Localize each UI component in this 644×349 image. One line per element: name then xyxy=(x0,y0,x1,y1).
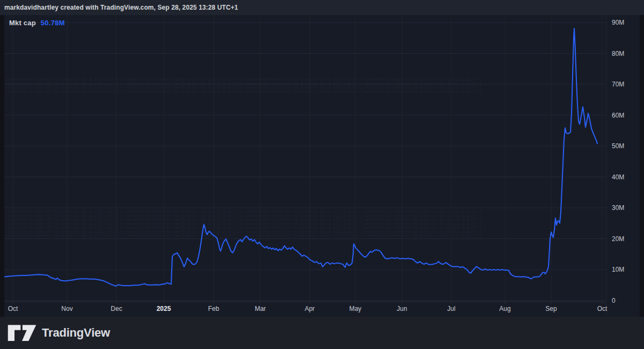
price-axis-label: 50M xyxy=(612,142,624,150)
tradingview-logo-text: TradingView xyxy=(42,326,110,340)
price-chart-svg: markdavidhartley created with TradingVie… xyxy=(4,15,640,317)
tradingview-chart-page: markdavidhartley created with TradingVie… xyxy=(0,0,644,349)
price-axis-label: 40M xyxy=(612,173,624,181)
price-axis-label: 20M xyxy=(612,235,624,243)
price-axis-label: 80M xyxy=(612,50,624,57)
price-axis[interactable]: 90M80M70M60M50M40M30M20M10M0 xyxy=(608,15,640,302)
watermark-text: markdavidhartley created with TradingVie… xyxy=(5,90,482,94)
title-bar: markdavidhartley created with TradingVie… xyxy=(0,0,644,15)
chart-pane[interactable]: markdavidhartley created with TradingVie… xyxy=(4,15,640,317)
market-cap-line-series xyxy=(4,28,597,286)
price-axis-label: 10M xyxy=(612,266,624,273)
time-axis-label: Aug xyxy=(499,305,510,312)
legend-last-value: 50.78M xyxy=(41,19,65,27)
chart-title-text: markdavidhartley created with TradingVie… xyxy=(4,4,238,11)
tradingview-logo-link[interactable]: TradingView xyxy=(7,324,110,342)
legend-series-name: Mkt cap xyxy=(9,19,36,27)
time-axis-label: Feb xyxy=(208,305,219,312)
price-axis-label: 30M xyxy=(612,204,624,212)
price-axis-label: 60M xyxy=(612,112,624,119)
time-axis-label: Sep xyxy=(545,305,557,312)
series-legend[interactable]: Mkt cap 50.78M xyxy=(9,19,65,27)
time-axis-label: Mar xyxy=(255,305,266,312)
time-axis-label: 2025 xyxy=(157,305,171,312)
time-axis-label: Jul xyxy=(447,305,455,312)
time-axis-label: May xyxy=(349,305,362,312)
price-axis-label: 90M xyxy=(612,19,624,26)
time-axis-label: Dec xyxy=(111,305,122,312)
branding-bar: TradingView xyxy=(0,317,644,349)
time-axis-label: Jun xyxy=(397,305,407,312)
time-axis-label: Oct xyxy=(597,305,608,312)
time-axis-label: Apr xyxy=(305,305,315,312)
price-axis-label: 70M xyxy=(612,81,624,88)
time-axis-label: Oct xyxy=(8,305,18,312)
time-axis[interactable]: OctNovDec2025FebMarAprMayJunJulAugSepOct xyxy=(0,302,640,317)
watermark-text: markdavidhartley created with TradingVie… xyxy=(5,234,482,238)
tradingview-logo-icon xyxy=(7,324,37,342)
time-axis-label: Nov xyxy=(61,305,72,312)
chart-area: markdavidhartley created with TradingVie… xyxy=(0,15,644,317)
